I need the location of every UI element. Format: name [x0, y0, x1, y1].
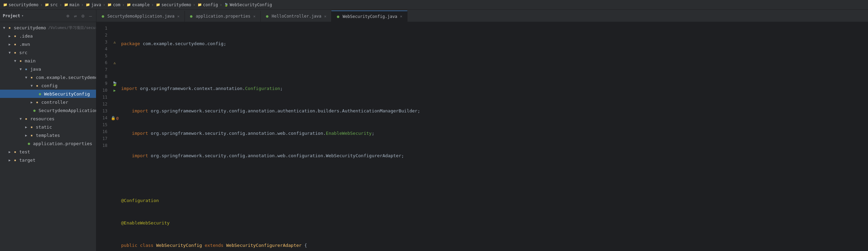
- code-text: Configuration: [245, 85, 280, 92]
- breadcrumb-bar: 📁 securitydemo › 📁 src › 📁 main › 📁 java…: [0, 0, 868, 10]
- tree-item-mvn[interactable]: ▶ ▪ .mvn: [0, 40, 96, 48]
- breadcrumb-sep: ›: [220, 2, 222, 7]
- breadcrumb-item[interactable]: 📁 example: [126, 2, 150, 7]
- warning-icon: ⚠: [114, 40, 116, 44]
- code-text: org.springframework.security.config.anno…: [151, 108, 420, 114]
- tree-item-templates[interactable]: ▶ ▪ templates: [0, 131, 96, 139]
- keyword: extends: [205, 242, 226, 249]
- code-text: [121, 108, 132, 114]
- gutter-5: [111, 52, 118, 59]
- folder-icon: 📁: [107, 2, 112, 7]
- breadcrumb-item[interactable]: 📁 src: [44, 2, 58, 7]
- tree-label: static: [36, 124, 52, 130]
- breadcrumb-item[interactable]: 📁 securitydemo: [156, 2, 191, 7]
- tree-item-root[interactable]: ▼ ▪ securitydemo /Volumes/学习项目/securityd…: [0, 23, 96, 32]
- sidebar-title-label: Project: [3, 13, 20, 18]
- tab-label: application.properties: [196, 14, 251, 19]
- minimize-action-btn[interactable]: —: [88, 13, 93, 19]
- split-action-btn[interactable]: ⇌: [73, 13, 78, 19]
- keyword: class: [140, 242, 156, 249]
- code-line-6: import org.springframework.security.conf…: [121, 152, 868, 159]
- tree-item-package[interactable]: ▼ ▪ com.example.securtydemo: [0, 73, 96, 81]
- tab-label: HelloController.java: [272, 14, 321, 19]
- tree-item-test[interactable]: ▶ ▪ test: [0, 148, 96, 156]
- code-line-9: @EnableWebSecurity: [121, 220, 868, 227]
- code-text: {: [304, 242, 307, 249]
- tab-close-btn[interactable]: ✕: [253, 14, 256, 19]
- breadcrumb-sep: ›: [122, 2, 125, 7]
- breadcrumb-item[interactable]: 📁 config: [197, 2, 218, 7]
- breadcrumb-item[interactable]: 📁 main: [64, 2, 80, 7]
- folder-icon: ▪: [7, 26, 12, 30]
- gutter-17: [111, 135, 118, 142]
- gutter-1: [111, 25, 118, 32]
- code-editor[interactable]: 1 2 3 4 5 6 7 8 9 10 11 12 13 14 15 16 1…: [96, 22, 868, 251]
- tree-item-controller[interactable]: ▶ ▪ controller: [0, 98, 96, 106]
- tree-label: .mvn: [19, 42, 30, 47]
- lock-icon: 🔒: [111, 116, 116, 120]
- tree-item-static[interactable]: ▶ ▪ static: [0, 123, 96, 131]
- line-num-11: 11: [96, 94, 111, 101]
- code-text: org.springframework.security.config.anno…: [151, 152, 404, 159]
- tab-app-java[interactable]: ● SecurtydemoApplication.java ✕: [96, 11, 185, 22]
- tab-web-java[interactable]: ● WebSecurityConfig.java ✕: [331, 11, 407, 22]
- gutter-9: 🍃: [111, 80, 118, 87]
- tab-hello-java[interactable]: ● HelloController.java ✕: [261, 11, 331, 22]
- code-line-2: [121, 63, 868, 70]
- tab-close-btn[interactable]: ✕: [399, 14, 403, 19]
- code-text: org.springframework.security.config.anno…: [151, 130, 326, 137]
- arrow-icon: ▼: [7, 51, 12, 54]
- editor-area: ● SecurtydemoApplication.java ✕ ● applic…: [96, 10, 868, 251]
- line-num-8: 8: [96, 73, 111, 80]
- spring-icon: ●: [26, 141, 32, 146]
- tree-label: securitydemo: [14, 25, 46, 30]
- tree-item-config[interactable]: ▼ ▪ config: [0, 81, 96, 90]
- code-line-10: public class WebSecurityConfig extends W…: [121, 242, 868, 249]
- tree-item-resources[interactable]: ▼ ▪ resources: [0, 114, 96, 123]
- tree-label: WebSecurityConfig: [44, 91, 90, 97]
- code-text: [121, 130, 132, 137]
- arrow-icon: ▼: [23, 76, 29, 79]
- tab-close-btn[interactable]: ✕: [177, 14, 180, 19]
- code-text: ;: [372, 130, 374, 137]
- tab-bar: ● SecurtydemoApplication.java ✕ ● applic…: [96, 10, 868, 22]
- gutter-8: [111, 73, 118, 80]
- code-line-1: package com.example.securtydemo.config;: [121, 40, 868, 47]
- tree-item-idea[interactable]: ▶ ▪ .idea: [0, 32, 96, 40]
- globe-action-btn[interactable]: ⊕: [65, 13, 71, 19]
- tree-item-target[interactable]: ▶ ▪ target: [0, 156, 96, 164]
- breadcrumb-item[interactable]: 📁 com: [107, 2, 120, 7]
- line-num-4: 4: [96, 46, 111, 52]
- breadcrumb-label: com: [113, 2, 120, 7]
- tree-item-app[interactable]: ● SecurtydemoApplication: [0, 106, 96, 114]
- breadcrumb-item[interactable]: 🍃 WebSecurityConfig: [224, 2, 272, 7]
- tree-item-main[interactable]: ▼ ▪ main: [0, 57, 96, 65]
- code-text: com.example.securtydemo.config;: [143, 40, 226, 47]
- breadcrumb-item[interactable]: 📁 securitydemo: [3, 2, 39, 7]
- folder-icon: ▪: [29, 125, 34, 129]
- tree-label: src: [19, 50, 27, 55]
- folder-icon: ▪: [34, 100, 40, 104]
- tree-item-websecurity[interactable]: ● WebSecurityConfig: [0, 90, 96, 98]
- gutter-6: ⚠: [111, 59, 118, 66]
- gutter-14: 🔒 @: [111, 114, 118, 121]
- code-text: [121, 152, 132, 159]
- folder-icon: 📁: [126, 2, 131, 7]
- code-content[interactable]: package com.example.securtydemo.config; …: [118, 22, 868, 251]
- tab-label: SecurtydemoApplication.java: [107, 14, 174, 19]
- code-text: ;: [280, 85, 283, 92]
- tree-label: templates: [36, 133, 60, 138]
- arrow-icon: ▶: [23, 133, 29, 137]
- gutter-11: [111, 94, 118, 101]
- arrow-icon: ▼: [18, 67, 23, 71]
- breadcrumb-item[interactable]: 📁 java: [85, 2, 101, 7]
- arrow-icon: ▼: [1, 26, 7, 30]
- folder-icon: ▪: [12, 42, 18, 47]
- tab-app-props[interactable]: ● application.properties ✕: [185, 11, 261, 22]
- tree-item-java[interactable]: ▼ ▪ java: [0, 65, 96, 73]
- tree-item-src[interactable]: ▼ ▪ src: [0, 48, 96, 57]
- settings-action-btn[interactable]: ⚙: [80, 13, 86, 19]
- tree-item-appprops[interactable]: ● application.properties: [0, 139, 96, 148]
- code-line-3: import org.springframework.context.annot…: [121, 85, 868, 92]
- tab-close-btn[interactable]: ✕: [324, 14, 327, 19]
